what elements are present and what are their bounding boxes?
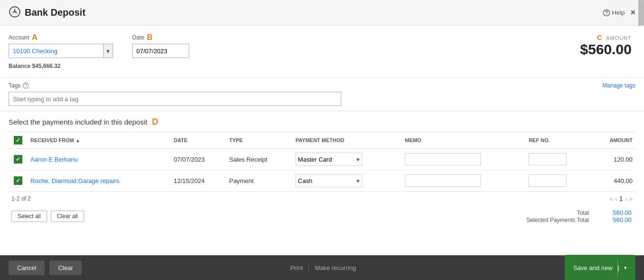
tags-input[interactable] [9,92,341,106]
save-new-label: Save and new [573,264,617,271]
selected-total-label: Selected Payments Total [526,217,589,223]
manage-tags-link[interactable]: Manage tags [603,82,635,89]
row1-payment-method: Master Card Cash Check Credit Card Visa … [293,149,402,170]
total-value: 560.00 [603,209,632,216]
select-all-checkbox[interactable] [14,136,22,145]
col-received-from: RECEIVED FROM ▲ [28,132,171,149]
amount-value: $560.00 [580,41,632,58]
page-number: 1 [619,195,623,203]
prev-page-icon[interactable]: ‹ [615,195,617,203]
table-header-row: RECEIVED FROM ▲ DATE TYPE PAYMENT METHOD… [9,132,635,149]
amount-display: C AMOUNT $560.00 [580,33,635,58]
account-label: Account A [9,33,113,42]
account-dropdown-button[interactable]: ▾ [103,44,113,58]
help-label: Help [612,9,625,16]
pagination-area: 1-2 of 2 « ‹ 1 › » [9,192,635,205]
cancel-button[interactable]: Cancel [9,261,45,275]
select-all-button[interactable]: Select all [11,211,47,222]
save-and-new-button[interactable]: Save and new | ▾ [565,255,635,280]
row2-payment-method-wrapper: Cash Master Card Check Credit Card Visa … [296,174,362,187]
row2-checkbox-cell [9,170,28,192]
pagination-text: 1-2 of 2 [11,195,31,202]
total-row: Total 560.00 [577,209,632,216]
date-badge: B [147,33,153,42]
row1-memo [402,149,526,170]
row1-payment-method-wrapper: Master Card Cash Check Credit Card Visa … [296,153,362,166]
clear-button[interactable]: Clear [49,261,81,275]
col-payment-method: PAYMENT METHOD [293,132,402,149]
payments-section: Select the payments included in this dep… [0,111,644,255]
payments-header: Select the payments included in this dep… [9,117,635,127]
first-page-icon[interactable]: « [609,195,613,203]
make-recurring-button[interactable]: Make recurring [309,264,362,271]
bank-deposit-icon [9,6,21,19]
header-actions: Help × [603,8,635,18]
row2-method-dropdown-icon[interactable]: ▾ [355,177,362,184]
header-checkbox-cell [9,132,28,149]
account-badge: A [32,33,38,42]
svg-point-2 [606,14,606,15]
tags-help-icon [22,82,29,89]
tags-section: Tags Manage tags [0,77,644,111]
bottom-center: Print Make recurring [87,264,560,271]
amount-badge: C [597,33,603,41]
row1-ref-input[interactable] [529,153,567,165]
payments-badge: D [152,117,158,127]
date-field-group: Date B [132,33,189,58]
row2-memo [402,170,526,192]
row2-memo-input[interactable] [405,174,481,187]
row2-amount: 440.00 [592,170,635,192]
account-field-group: Account A ▾ Balance $45,666.32 [9,33,113,69]
account-input-wrapper: ▾ [9,44,113,58]
total-label: Total [577,210,589,216]
clear-all-button[interactable]: Clear all [51,211,84,222]
col-ref-no: REF NO. [526,132,592,149]
row1-checkbox-cell [9,149,28,170]
totals-area: Total 560.00 Selected Payments Total 560… [522,207,635,225]
row1-name-link[interactable]: Aaron E Berhanu [30,156,78,163]
row1-payment-method-select[interactable]: Master Card Cash Check Credit Card Visa [296,156,355,163]
pagination-controls: « ‹ 1 › » [609,195,633,203]
next-page-icon[interactable]: › [625,195,627,203]
balance-display: Balance $45,666.32 [9,63,113,69]
row1-memo-input[interactable] [405,153,481,165]
account-input[interactable] [9,48,103,55]
close-button[interactable]: × [630,8,635,18]
tags-header: Tags Manage tags [9,82,635,89]
help-button[interactable]: Help [603,9,625,17]
row2-name-link[interactable]: Roche, Diarmuid:Garage repairs [30,177,119,184]
form-section: Account A ▾ Balance $45,666.32 Date B [0,26,644,77]
row1-checkbox[interactable] [14,155,22,164]
select-clear-area: Select all Clear all [9,208,87,225]
title-group: Bank Deposit [9,6,86,19]
date-label: Date B [132,33,189,42]
payments-table: RECEIVED FROM ▲ DATE TYPE PAYMENT METHOD… [9,132,635,192]
content-area: Account A ▾ Balance $45,666.32 Date B [0,26,644,255]
tags-label: Tags [9,82,29,89]
selected-total-row: Selected Payments Total 560.00 [526,216,632,223]
row2-received-from: Roche, Diarmuid:Garage repairs [28,170,171,192]
print-button[interactable]: Print [285,264,309,271]
amount-label: C AMOUNT [580,33,632,41]
col-date: DATE [171,132,227,149]
row2-ref [526,170,592,192]
col-memo: MEMO [402,132,526,149]
row1-type: Sales Receipt [226,149,293,170]
row1-ref [526,149,592,170]
row2-type: Payment [226,170,293,192]
selected-total-value: 560.00 [603,216,632,223]
payments-title: Select the payments included in this dep… [9,118,147,126]
row2-ref-input[interactable] [529,174,567,187]
bottom-bar: Cancel Clear Print Make recurring Save a… [0,255,644,280]
row2-checkbox[interactable] [14,176,22,185]
save-new-arrow-icon: ▾ [619,265,627,271]
table-row: Aaron E Berhanu 07/07/2023 Sales Receipt… [9,149,635,170]
last-page-icon[interactable]: » [629,195,633,203]
row1-received-from: Aaron E Berhanu [28,149,171,170]
row2-payment-method-select[interactable]: Cash Master Card Check Credit Card Visa [296,177,355,184]
row1-method-dropdown-icon[interactable]: ▾ [355,156,362,163]
date-input[interactable] [132,44,189,58]
row1-amount: 120.00 [592,149,635,170]
svg-point-4 [26,87,26,87]
col-type: TYPE [226,132,293,149]
